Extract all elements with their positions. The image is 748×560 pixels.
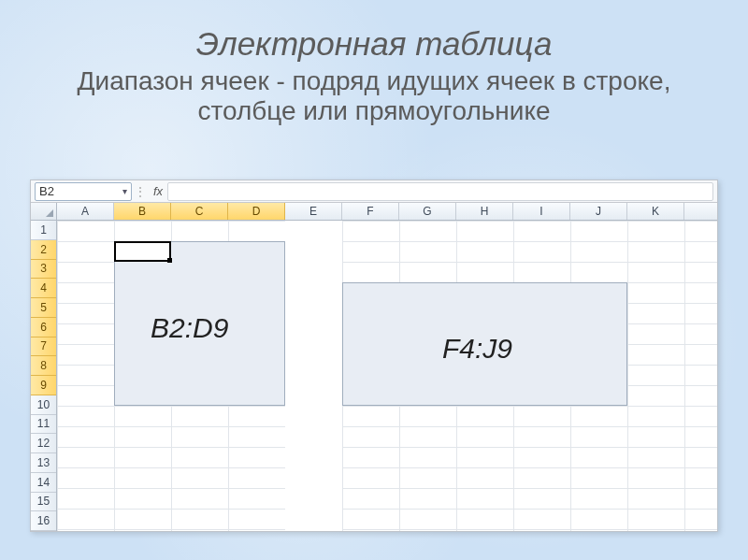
col-header-E[interactable]: E [285, 203, 342, 220]
col-header-B[interactable]: B [114, 203, 171, 220]
fx-button[interactable]: fx [149, 184, 167, 198]
col-header-A[interactable]: A [57, 203, 114, 220]
active-cell[interactable] [114, 241, 171, 262]
name-box-value: B2 [39, 184, 54, 198]
row-header-5[interactable]: 5 [31, 298, 56, 318]
row-header-10[interactable]: 10 [31, 395, 56, 415]
slide: Электронная таблица Диапазон ячеек - под… [0, 0, 748, 560]
row-header-6[interactable]: 6 [31, 318, 56, 337]
row-header-11[interactable]: 11 [31, 415, 56, 435]
row-header-14[interactable]: 14 [31, 473, 56, 493]
col-header-C[interactable]: C [171, 203, 228, 220]
slide-subtitle: Диапазон ячеек - подряд идущих ячеек в с… [0, 66, 748, 126]
row-headers: 1 2 3 4 5 6 7 8 9 10 11 12 13 14 15 16 [31, 221, 57, 531]
grid: A B C D E F G H I J K 1 2 3 4 5 6 [31, 203, 717, 531]
row-header-2[interactable]: 2 [31, 240, 56, 260]
name-box[interactable]: B2 ▾ [35, 182, 132, 201]
row-header-7[interactable]: 7 [31, 337, 56, 357]
formula-bar-separator: ⋮ [132, 185, 149, 198]
row-header-13[interactable]: 13 [31, 453, 56, 473]
heading-block: Электронная таблица Диапазон ячеек - под… [0, 0, 748, 126]
column-headers: A B C D E F G H I J K [31, 203, 717, 221]
select-all-corner[interactable] [31, 203, 57, 220]
row-header-4[interactable]: 4 [31, 279, 56, 298]
col-header-I[interactable]: I [513, 203, 570, 220]
col-header-G[interactable]: G [399, 203, 456, 220]
cell-area[interactable]: B2:D9 F4:J9 [57, 221, 717, 531]
col-header-D[interactable]: D [228, 203, 285, 220]
row-header-16[interactable]: 16 [31, 511, 56, 531]
row-header-8[interactable]: 8 [31, 356, 56, 376]
spreadsheet-window: B2 ▾ ⋮ fx A B C D E F G H I J K [30, 179, 718, 532]
col-header-J[interactable]: J [570, 203, 627, 220]
row-header-1[interactable]: 1 [31, 221, 56, 240]
name-box-dropdown-icon[interactable]: ▾ [122, 186, 127, 196]
row-header-12[interactable]: 12 [31, 434, 56, 453]
grid-body: 1 2 3 4 5 6 7 8 9 10 11 12 13 14 15 16 [31, 221, 717, 531]
col-header-H[interactable]: H [456, 203, 513, 220]
row-header-3[interactable]: 3 [31, 260, 56, 280]
range-B2-D9[interactable] [114, 241, 285, 406]
col-header-F[interactable]: F [342, 203, 399, 220]
slide-title: Электронная таблица [0, 26, 748, 63]
formula-bar: B2 ▾ ⋮ fx [31, 180, 717, 203]
row-header-15[interactable]: 15 [31, 493, 56, 512]
row-header-9[interactable]: 9 [31, 376, 56, 395]
column-boundary-gap [285, 221, 342, 531]
formula-input[interactable] [167, 182, 713, 201]
range-F4-J9[interactable] [342, 282, 627, 406]
col-header-K[interactable]: K [627, 203, 684, 220]
